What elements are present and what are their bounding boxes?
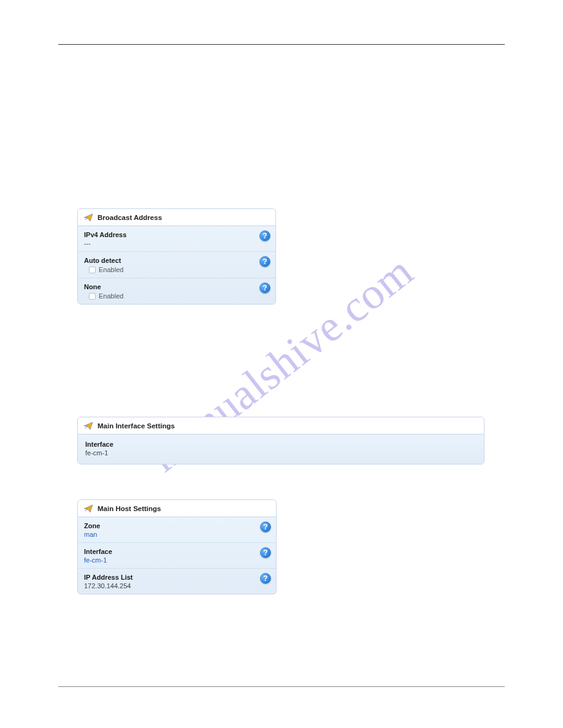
checkbox-label: Enabled [99,266,123,273]
main-host-settings-panel: Main Host Settings Zone man ? Interface … [77,499,277,594]
main-interface-settings-panel: Main Interface Settings Interface fe-cm-… [77,417,484,464]
help-icon[interactable]: ? [259,256,270,267]
panel-body: IPv4 Address --- ? Auto detect Enabled ?… [78,226,275,304]
panel-icon [83,213,94,222]
none-checkbox[interactable] [89,293,96,300]
field-label: IP Address List [84,574,270,581]
none-row: None Enabled ? [78,278,275,304]
help-icon[interactable]: ? [259,282,270,294]
help-icon[interactable]: ? [260,573,271,584]
zone-link[interactable]: man [84,531,97,538]
panel-title: Broadcast Address [98,214,162,221]
auto-detect-checkbox[interactable] [89,267,96,273]
checkbox-line: Enabled [89,266,269,273]
auto-detect-row: Auto detect Enabled ? [78,252,275,278]
field-label: Interface [84,548,270,555]
bottom-rule [58,686,505,687]
field-label: None [84,283,269,290]
panel-body: Zone man ? Interface fe-cm-1 ? IP Addres… [78,517,276,594]
checkbox-line: Enabled [89,292,269,300]
interface-row: Interface fe-cm-1 [78,434,484,464]
panel-title: Main Interface Settings [98,422,175,430]
panel-icon [83,504,94,514]
panel-header: Main Interface Settings [78,417,484,434]
field-value: 172.30.144.254 [84,582,131,590]
checkbox-label: Enabled [99,292,123,300]
field-value: --- [84,240,91,247]
field-label: Zone [84,522,270,529]
interface-row: Interface fe-cm-1 ? [78,543,276,569]
panel-body: Interface fe-cm-1 [78,434,484,464]
field-label: Auto detect [84,257,269,264]
ip-address-list-row: IP Address List 172.30.144.254 ? [78,569,276,594]
field-value: fe-cm-1 [85,449,108,457]
top-rule [58,44,505,45]
panel-title: Main Host Settings [98,505,161,512]
help-icon[interactable]: ? [259,230,270,241]
panel-header: Main Host Settings [78,500,276,517]
field-label: Interface [85,441,477,448]
zone-row: Zone man ? [78,517,276,543]
panel-header: Broadcast Address [78,209,275,226]
help-icon[interactable]: ? [260,521,271,533]
interface-link[interactable]: fe-cm-1 [84,556,107,564]
panel-icon [83,421,94,431]
ipv4-address-row: IPv4 Address --- ? [78,226,275,252]
broadcast-address-panel: Broadcast Address IPv4 Address --- ? Aut… [77,208,276,305]
field-label: IPv4 Address [84,231,269,238]
help-icon[interactable]: ? [260,547,271,558]
